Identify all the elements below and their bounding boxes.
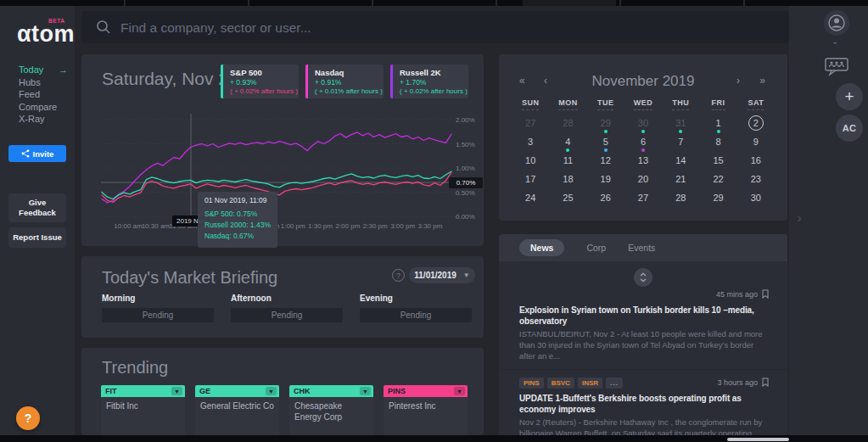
calendar-next-icon[interactable]: › (736, 75, 740, 87)
calendar-date-3[interactable]: 3 (512, 132, 549, 151)
bookmark-icon[interactable] (762, 378, 769, 389)
index-badge-nasdaq[interactable]: Nasdaq+ 0.91%( + 0.01% after hours ) (305, 64, 384, 98)
news-sort-button[interactable] (634, 268, 652, 287)
calendar-date-26[interactable]: 26 (587, 188, 624, 207)
chevron-down-icon[interactable]: ⌄ (832, 36, 838, 46)
tab-news[interactable]: News (519, 239, 564, 256)
news-item-title[interactable]: Explosion in Syrian town on Turkish bord… (519, 305, 769, 327)
trending-card-chk[interactable]: CHK▼Chesapeake Energy Corp (289, 385, 373, 435)
news-item[interactable]: 45 mins agoExplosion in Syrian town on T… (499, 287, 787, 361)
caret-down-icon[interactable]: ▼ (266, 387, 277, 395)
help-button[interactable]: ? (16, 406, 40, 430)
calendar-date-19[interactable]: 19 (587, 170, 624, 188)
invite-button[interactable]: Invite (8, 145, 66, 162)
calendar-date-8[interactable]: 8 (699, 132, 736, 151)
window-strip-divider (619, 0, 621, 6)
trending-card-header: FIT▼ (101, 385, 185, 397)
tab-events[interactable]: Events (628, 243, 655, 253)
calendar-date-28[interactable]: 28 (549, 114, 586, 132)
give-feedback-button[interactable]: Give Feedback (8, 193, 66, 222)
news-list: 45 mins agoExplosion in Syrian town on T… (499, 261, 787, 435)
calendar-date-27[interactable]: 27 (512, 114, 549, 132)
company-name: Fitbit Inc (101, 397, 185, 435)
index-badge-sp500[interactable]: S&P 500+ 0.93%( + 0.02% after hours ) (221, 64, 299, 98)
calendar-day-headers: SUNMONTUEWEDTHUFRISAT (512, 98, 775, 110)
sidebar: αtom BETA Today→HubsFeedCompareX-Ray Inv… (0, 6, 75, 435)
sidebar-item-xray[interactable]: X-Ray (19, 113, 68, 126)
calendar-date-29[interactable]: 29 (699, 188, 736, 207)
ticker-tag-bsvc[interactable]: BSVC (547, 378, 574, 389)
ticker-tag-pins[interactable]: PINS (519, 378, 544, 389)
calendar-date-10[interactable]: 10 (512, 151, 549, 170)
search-input[interactable] (119, 11, 784, 45)
calendar-date-29[interactable]: 29 (587, 114, 624, 132)
more-tags-pill[interactable]: ... (606, 378, 623, 389)
crosshair-value-badge: 0.70% (449, 177, 483, 188)
calendar-date-13[interactable]: 13 (624, 151, 662, 170)
calendar-date-17[interactable]: 17 (512, 170, 549, 188)
calendar-date-1[interactable]: 1 (699, 114, 736, 132)
calendar-first-icon[interactable]: « (519, 75, 525, 87)
calendar-date-27[interactable]: 27 (624, 188, 662, 207)
question-circle-icon[interactable]: ? (392, 269, 405, 282)
calendar-date-9[interactable]: 9 (737, 132, 775, 151)
calendar-date-22[interactable]: 22 (699, 170, 736, 188)
ticker-tag-insr[interactable]: INSR (578, 378, 602, 389)
calendar-date-28[interactable]: 28 (662, 188, 699, 207)
trending-card-pins[interactable]: PINS▼Pinterest Inc (384, 385, 468, 435)
add-button[interactable]: + (836, 83, 863, 110)
calendar-date-25[interactable]: 25 (549, 188, 586, 207)
company-name: General Electric Co (195, 397, 279, 435)
index-badge-russell2k[interactable]: Russell 2K+ 1.70%( + 0.02% after hours ) (390, 64, 468, 98)
user-initials-button[interactable]: AC (836, 115, 863, 142)
avatar[interactable] (824, 10, 849, 36)
briefing-section-morning: MorningPending (102, 294, 214, 322)
calendar-date-31[interactable]: 31 (662, 114, 699, 132)
calendar-date-11[interactable]: 11 (549, 151, 586, 170)
caret-down-icon[interactable]: ▼ (454, 387, 465, 395)
trending-card-fit[interactable]: FIT▼Fitbit Inc (101, 385, 185, 435)
sidebar-item-feed[interactable]: Feed (19, 88, 68, 101)
sidebar-item-compare[interactable]: Compare (19, 101, 68, 114)
calendar-date-12[interactable]: 12 (587, 151, 624, 170)
calendar-date-23[interactable]: 23 (737, 170, 775, 188)
calendar-date-20[interactable]: 20 (624, 170, 662, 188)
caret-down-icon[interactable]: ▼ (360, 387, 371, 395)
calendar-date-16[interactable]: 16 (737, 151, 775, 170)
index-change: + 0.91% (315, 78, 384, 87)
calendar-date-30[interactable]: 30 (737, 188, 775, 207)
svg-text:3:30 pm: 3:30 pm (418, 222, 443, 230)
calendar-last-icon[interactable]: » (759, 75, 765, 87)
caret-down-icon: ▼ (463, 271, 470, 279)
calendar-date-15[interactable]: 15 (699, 151, 736, 170)
up-down-chevrons-icon (639, 272, 647, 283)
trending-card-ge[interactable]: GE▼General Electric Co (195, 385, 279, 435)
calendar-date-24[interactable]: 24 (512, 188, 549, 207)
sidebar-item-hubs[interactable]: Hubs (19, 76, 68, 89)
calendar-date-14[interactable]: 14 (662, 151, 699, 170)
market-day-card: Saturday, Nov 2 S&P 500+ 0.93%( + 0.02% … (81, 54, 484, 246)
news-item[interactable]: PINSBSVCINSR...3 hours agoUPDATE 1-Buffe… (499, 369, 787, 435)
report-issue-button[interactable]: Report Issue (8, 227, 66, 248)
briefing-title: Today's Market Briefing (102, 268, 277, 288)
panel-collapse-chevron-icon[interactable]: › (797, 210, 802, 227)
calendar-date-18[interactable]: 18 (549, 170, 586, 188)
svg-text:1.50%: 1.50% (456, 141, 475, 148)
calendar-date-2[interactable]: 2 (737, 114, 775, 132)
calendar-date-4[interactable]: 4 (549, 132, 586, 151)
tab-corp[interactable]: Corp (586, 243, 606, 253)
calendar-date-5[interactable]: 5 (587, 132, 624, 151)
calendar-date-30[interactable]: 30 (624, 114, 662, 132)
calendar-day-header-label: THU (672, 98, 689, 110)
briefing-date-dropdown[interactable]: 11/01/2019 ▼ (409, 267, 475, 283)
sidebar-item-today[interactable]: Today→ (19, 64, 68, 76)
calendar-prev-icon[interactable]: ‹ (544, 75, 547, 87)
caret-down-icon[interactable]: ▼ (171, 387, 182, 395)
horizontal-scrollbar-thumb[interactable] (727, 438, 789, 441)
calendar-date-6[interactable]: 6 (624, 132, 662, 151)
bookmark-icon[interactable] (762, 289, 769, 300)
calendar-date-7[interactable]: 7 (662, 132, 699, 151)
news-item-title[interactable]: UPDATE 1-Buffett's Berkshire boosts oper… (519, 393, 769, 415)
community-chat-button[interactable] (823, 55, 850, 81)
calendar-date-21[interactable]: 21 (662, 170, 699, 188)
